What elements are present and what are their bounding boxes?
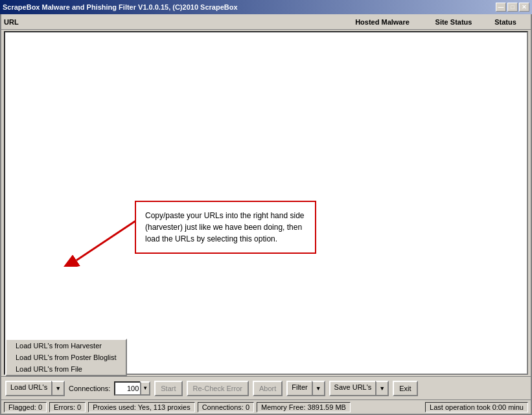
errors-status: Errors: 0 — [49, 402, 86, 412]
memory-label: Memory Free: — [261, 403, 305, 411]
col-hosted-malware-header: Hosted Malware — [340, 18, 424, 26]
flagged-status: Flagged: 0 — [4, 402, 47, 412]
memory-status: Memory Free: 3891.59 MB — [257, 402, 351, 412]
proxies-label: Proxies used: — [93, 403, 136, 411]
filter-dropdown-arrow[interactable]: ▼ — [312, 381, 325, 396]
col-url-header: URL — [4, 18, 340, 26]
dropdown-item-harvester[interactable]: Load URL's from Harvester — [6, 340, 126, 352]
dropdown-item-poster-bloglist[interactable]: Load URL's from Poster Bloglist — [6, 352, 126, 363]
load-urls-button[interactable]: Load URL's — [5, 381, 51, 396]
column-header: URL Hosted Malware Site Status Status — [1, 14, 531, 30]
filter-combo[interactable]: Filter ▼ — [286, 381, 325, 396]
load-urls-dropdown-menu: Load URL's from Harvester Load URL's fro… — [5, 339, 127, 376]
status-bar: Flagged: 0 Errors: 0 Proxies used: Yes, … — [1, 399, 531, 414]
flagged-value: 0 — [38, 403, 42, 411]
connections-label: Connections: — [69, 385, 110, 392]
load-urls-combo[interactable]: Load URL's ▼ — [5, 381, 65, 396]
proxies-value: Yes, 113 proxies — [138, 403, 191, 411]
filter-button[interactable]: Filter — [286, 381, 311, 396]
connections-combo[interactable]: ▼ — [114, 381, 150, 396]
minimize-button[interactable]: — — [496, 3, 506, 12]
title-bar: ScrapeBox Malware and Phishing Filter V1… — [0, 0, 532, 14]
load-urls-dropdown-arrow[interactable]: ▼ — [51, 381, 65, 396]
errors-label: Errors: — [54, 403, 75, 411]
callout-container: Copy/paste your URLs into the right hand… — [135, 201, 316, 254]
recheck-error-button[interactable]: Re-Check Error — [187, 381, 249, 396]
dropdown-item-file[interactable]: Load URL's from File — [6, 363, 126, 375]
bottom-toolbar: Load URL's ▼ Load URL's from Harvester L… — [1, 376, 531, 399]
save-urls-dropdown-arrow[interactable]: ▼ — [375, 381, 389, 396]
last-operation-status: Last operation took 0:00 minu — [425, 402, 528, 412]
window-content: URL Hosted Malware Site Status Status Co… — [0, 14, 532, 415]
window-controls: — □ ✕ — [496, 3, 529, 12]
flagged-label: Flagged: — [8, 403, 36, 411]
window-title: ScrapeBox Malware and Phishing Filter V1… — [3, 3, 238, 11]
exit-button[interactable]: Exit — [393, 381, 417, 396]
connections-status-label: Connections: — [202, 403, 244, 411]
save-urls-button[interactable]: Save URL's — [329, 381, 376, 396]
callout-text: Copy/paste your URLs into the right hand… — [145, 211, 304, 243]
abort-button[interactable]: Abort — [253, 381, 283, 396]
connections-status: Connections: 0 — [198, 402, 254, 412]
callout-box: Copy/paste your URLs into the right hand… — [135, 201, 316, 254]
save-urls-combo[interactable]: Save URL's ▼ — [329, 381, 389, 396]
connections-input[interactable] — [114, 381, 140, 396]
start-button[interactable]: Start — [154, 381, 182, 396]
maximize-button[interactable]: □ — [507, 3, 518, 12]
col-status-header: Status — [483, 18, 528, 26]
memory-value: 3891.59 MB — [308, 403, 346, 411]
connections-dropdown-arrow[interactable]: ▼ — [140, 381, 150, 396]
close-button[interactable]: ✕ — [519, 3, 529, 12]
errors-value: 0 — [77, 403, 81, 411]
connections-status-value: 0 — [246, 403, 249, 411]
proxies-status: Proxies used: Yes, 113 proxies — [88, 402, 194, 412]
url-list: Copy/paste your URLs into the right hand… — [4, 31, 528, 375]
col-site-status-header: Site Status — [424, 18, 483, 26]
